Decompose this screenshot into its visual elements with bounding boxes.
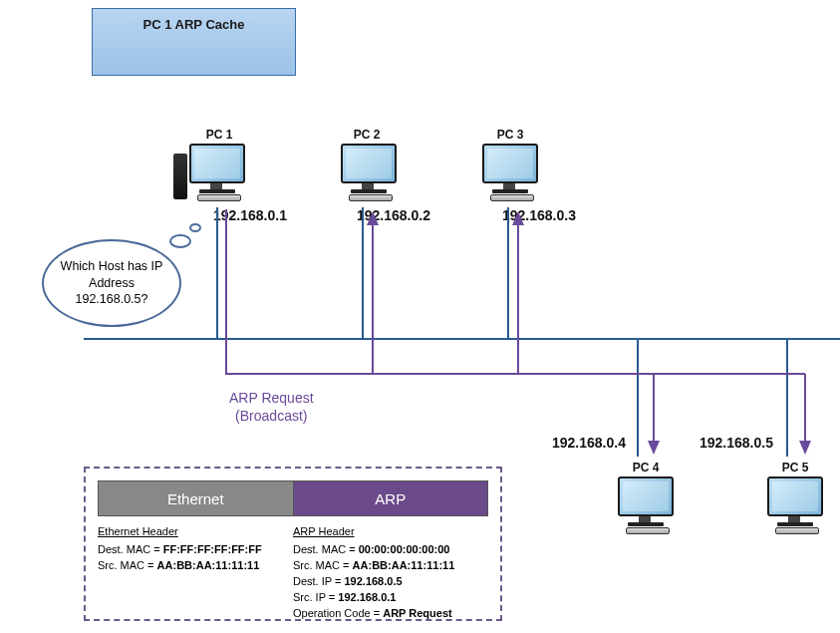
arp-header-title: ARP Header — [293, 524, 482, 540]
arp-src-ip: 192.168.0.1 — [338, 591, 396, 603]
arp-header-details: ARP Header Dest. MAC = 00:00:00:00:00:00… — [293, 524, 488, 622]
eth-dest-mac-label: Dest. MAC = — [98, 543, 163, 555]
eth-dest-mac: FF:FF:FF:FF:FF:FF — [163, 543, 262, 555]
packet-box: Ethernet ARP Ethernet Header Dest. MAC =… — [84, 467, 502, 621]
arp-op: ARP Request — [383, 607, 451, 619]
speech-bubble-text: Which Host has IP Address 192.168.0.5? — [52, 258, 171, 309]
pc4-ip: 192.168.0.4 — [552, 435, 626, 451]
arp-src-mac-label: Src. MAC = — [293, 559, 353, 571]
arp-dest-mac: 00:00:00:00:00:00 — [359, 543, 450, 555]
speech-bubble-tail — [169, 234, 191, 248]
ethernet-header-title: Ethernet Header — [98, 524, 287, 540]
arp-request-label: ARP Request (Broadcast) — [229, 389, 314, 425]
pc5-ip: 192.168.0.5 — [700, 435, 773, 451]
arp-dest-ip-label: Dest. IP = — [293, 575, 344, 587]
speech-bubble: Which Host has IP Address 192.168.0.5? — [42, 239, 181, 327]
arp-src-mac: AA:BB:AA:11:11:11 — [353, 559, 455, 571]
eth-src-mac: AA:BB:AA:11:11:11 — [157, 559, 260, 571]
eth-src-mac-label: Src. MAC = — [98, 559, 157, 571]
ethernet-header-cell: Ethernet — [99, 481, 293, 515]
arp-src-ip-label: Src. IP = — [293, 591, 338, 603]
arp-op-label: Operation Code = — [293, 607, 383, 619]
packet-header-row: Ethernet ARP — [98, 480, 488, 516]
pc5-label: PC 5 — [765, 461, 825, 475]
ethernet-header-details: Ethernet Header Dest. MAC = FF:FF:FF:FF:… — [98, 524, 293, 622]
pc5-icon — [755, 476, 827, 534]
arp-request-line1: ARP Request — [229, 390, 314, 406]
arp-dest-ip: 192.168.0.5 — [344, 575, 402, 587]
arp-header-cell: ARP — [293, 481, 488, 515]
pc4-label: PC 4 — [616, 461, 676, 475]
arp-request-line2: (Broadcast) — [235, 408, 307, 424]
arp-dest-mac-label: Dest. MAC = — [293, 543, 359, 555]
speech-bubble-tail — [189, 223, 201, 232]
pc4-icon — [606, 476, 678, 534]
